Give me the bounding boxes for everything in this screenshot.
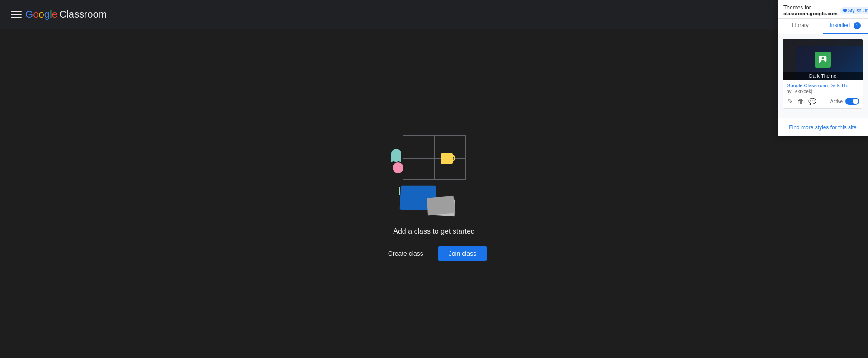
edit-icon: ✎ bbox=[787, 98, 793, 105]
theme-active-toggle[interactable] bbox=[845, 98, 859, 105]
theme-card: Dark Theme Google Classroom Dark Th... b… bbox=[783, 39, 863, 109]
delete-icon: 🗑 bbox=[797, 98, 804, 105]
stylish-on-badge: Stylish On bbox=[840, 7, 868, 14]
stylish-title-block: Themes for classroom.google.com bbox=[783, 5, 838, 16]
stylish-url: classroom.google.com bbox=[783, 11, 838, 16]
stylish-on-dot bbox=[843, 9, 847, 12]
theme-actions: ✎ 🗑 💬 Active bbox=[787, 97, 859, 106]
menu-button[interactable] bbox=[7, 5, 25, 24]
add-class-text: Add a class to get started bbox=[393, 227, 475, 236]
classroom-icon-svg bbox=[818, 55, 827, 64]
find-more-link[interactable]: Find more styles for this site bbox=[789, 124, 856, 131]
message-icon: 💬 bbox=[808, 98, 816, 105]
create-class-button[interactable]: Create class bbox=[381, 246, 431, 261]
tab-library[interactable]: Library bbox=[778, 19, 823, 34]
empty-state-illustration bbox=[389, 126, 479, 217]
papers-shape bbox=[427, 196, 455, 216]
shelf-divider-h bbox=[403, 158, 466, 159]
stylish-title: Themes for bbox=[783, 5, 838, 11]
topbar: Google Classroom bbox=[0, 0, 868, 29]
mug-shape bbox=[441, 153, 453, 164]
svg-rect-0 bbox=[11, 11, 22, 12]
logo-google-text: Google bbox=[25, 9, 57, 20]
menu-icon bbox=[11, 9, 22, 20]
toggle-knob bbox=[853, 99, 858, 104]
plant-stem bbox=[399, 187, 400, 195]
theme-active-label: Active bbox=[830, 99, 843, 104]
main-content: Add a class to get started Create class … bbox=[0, 29, 868, 358]
join-class-button[interactable]: Join class bbox=[438, 246, 487, 261]
theme-name-link[interactable]: Google Classroom Dark Th... bbox=[787, 83, 859, 88]
stylish-footer: Find more styles for this site bbox=[778, 118, 868, 136]
theme-edit-button[interactable]: ✎ bbox=[787, 97, 794, 106]
stylish-on-label: Stylish On bbox=[848, 8, 868, 13]
logo-classroom-text: Classroom bbox=[59, 9, 107, 20]
stylish-panel: Themes for classroom.google.com Stylish … bbox=[778, 0, 868, 136]
stylish-tabs: Library Installed 1 bbox=[778, 19, 868, 34]
theme-delete-button[interactable]: 🗑 bbox=[797, 97, 805, 106]
ball-shape bbox=[393, 162, 403, 173]
tab-installed[interactable]: Installed 1 bbox=[823, 19, 868, 34]
ghost-body bbox=[391, 149, 401, 159]
stylish-body: Dark Theme Google Classroom Dark Th... b… bbox=[778, 34, 868, 118]
theme-thumbnail: Dark Theme bbox=[783, 39, 863, 80]
mug-handle bbox=[451, 155, 455, 161]
ghost-feet bbox=[391, 159, 401, 162]
ghost-figure bbox=[391, 149, 401, 162]
theme-thumbnail-label: Dark Theme bbox=[783, 72, 863, 80]
thumb-classroom-icon bbox=[815, 52, 831, 68]
svg-rect-2 bbox=[11, 17, 22, 18]
theme-info: Google Classroom Dark Th... by Lekrkoekj… bbox=[783, 80, 863, 108]
installed-count-badge: 1 bbox=[854, 22, 861, 29]
theme-message-button[interactable]: 💬 bbox=[807, 97, 817, 106]
theme-author: by Lekrkoekj bbox=[787, 89, 859, 94]
stylish-header: Themes for classroom.google.com Stylish … bbox=[778, 0, 868, 19]
logo: Google Classroom bbox=[25, 9, 107, 20]
action-buttons: Create class Join class bbox=[381, 246, 487, 261]
svg-rect-1 bbox=[11, 14, 22, 15]
